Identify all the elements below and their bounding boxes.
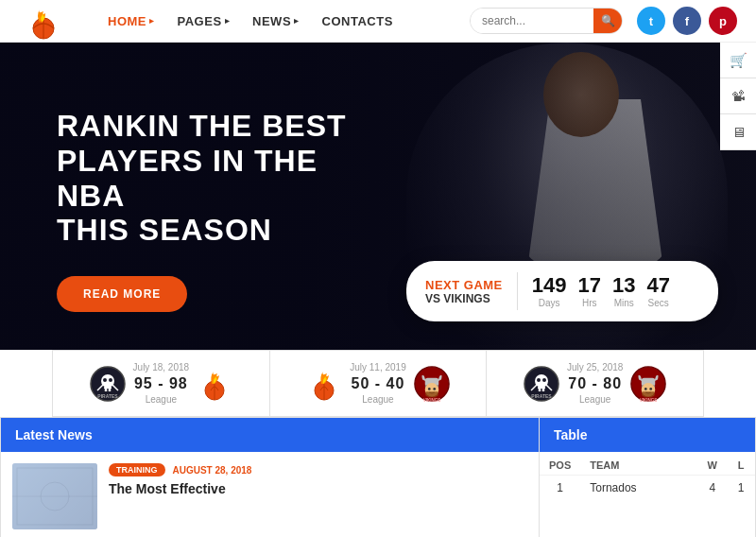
countdown-secs: 47 Secs — [646, 275, 669, 308]
row-w: 4 — [698, 476, 727, 501]
col-header-w: W — [698, 452, 727, 476]
team-logo-vikings-1: VIKINGS — [414, 366, 450, 402]
score-info-3: July 25, 2018 70 - 80 League — [567, 362, 624, 405]
window-button[interactable]: 🖥 — [720, 114, 756, 150]
col-header-pos: POS — [540, 452, 580, 476]
search-icon: 🔍 — [601, 14, 615, 27]
countdown-days: 149 Days — [532, 275, 567, 308]
nav-news[interactable]: NEWS ▸ — [241, 14, 311, 28]
svg-text:PIRATES: PIRATES — [531, 393, 552, 399]
chevron-down-icon: ▸ — [225, 16, 231, 26]
latest-news-section: Latest News training AUGUST 28, 2018 — [0, 417, 539, 537]
search-button[interactable]: 🔍 — [593, 9, 622, 33]
svg-point-27 — [542, 378, 546, 382]
countdown-mins: 13 Mins — [612, 275, 635, 308]
news-thumbnail — [12, 463, 97, 529]
col-header-l: L — [727, 452, 755, 476]
team-logo-pirates-2: PIRATES — [524, 366, 559, 402]
nav-home[interactable]: HOME ▸ — [96, 14, 166, 28]
twitter-link[interactable]: t — [637, 7, 665, 35]
logo[interactable] — [19, 2, 68, 40]
countdown-hrs: 17 Hrs — [578, 275, 601, 308]
search-area: 🔍 — [470, 8, 623, 34]
score-item-1: PIRATES July 18, 2018 95 - 98 League — [53, 351, 270, 416]
col-header-team: TEAM — [580, 452, 697, 476]
cart-button[interactable]: 🛒 — [720, 43, 756, 78]
row-l: 1 — [727, 476, 755, 501]
next-game-label: NEXT GAME — [425, 278, 503, 292]
hero-content: RANKIN THE BEST PLAYERS IN THE NBA THIS … — [57, 109, 359, 312]
next-game-info: NEXT GAME VS VIKINGS — [425, 278, 503, 305]
news-article: training AUGUST 28, 2018 The Most Effect… — [1, 452, 539, 537]
twitter-icon: t — [649, 14, 653, 28]
search-input[interactable] — [471, 9, 593, 33]
hero-section: RANKIN THE BEST PLAYERS IN THE NBA THIS … — [0, 43, 756, 350]
news-tags: training AUGUST 28, 2018 — [109, 463, 527, 476]
score-item-2: July 11, 2019 50 - 40 League VIKINGS — [270, 351, 488, 416]
team-logo-fire-2 — [306, 366, 342, 402]
chevron-down-icon: ▸ — [294, 16, 300, 26]
social-links: t f p — [637, 7, 737, 35]
window-icon: 🖥 — [731, 124, 746, 140]
bottom-sections: Latest News training AUGUST 28, 2018 — [0, 417, 756, 537]
team-logo-pirates-1: PIRATES — [90, 366, 126, 402]
table-row: 1 Tornados 4 1 — [540, 476, 755, 501]
svg-point-21 — [433, 388, 436, 390]
thumbnail-image — [12, 463, 97, 529]
svg-point-39 — [650, 388, 653, 390]
score-info-2: July 11, 2019 50 - 40 League — [350, 362, 406, 405]
svg-text:VIKINGS: VIKINGS — [640, 398, 658, 403]
next-game-card: NEXT GAME VS VIKINGS 149 Days 17 Hrs 13 … — [406, 261, 718, 321]
latest-news-header: Latest News — [1, 418, 539, 452]
standings-section: Table POS TEAM W L 1 Tornados 4 1 — [539, 417, 756, 537]
video-icon: 📽 — [731, 88, 746, 104]
cart-icon: 🛒 — [730, 52, 747, 69]
facebook-icon: f — [685, 14, 689, 28]
row-team: Tornados — [580, 476, 697, 501]
next-game-vs: VS VIKINGS — [425, 292, 503, 305]
scores-bar: PIRATES July 18, 2018 95 - 98 League — [52, 350, 704, 417]
nav-contacts[interactable]: CONTACTS — [311, 14, 404, 28]
svg-point-26 — [537, 378, 541, 382]
score-info-1: July 18, 2018 95 - 98 League — [133, 362, 190, 405]
countdown: 149 Days 17 Hrs 13 Mins 47 Secs — [532, 275, 670, 308]
header: HOME ▸ PAGES ▸ NEWS ▸ CONTACTS 🔍 t f p — [0, 0, 756, 43]
svg-text:VIKINGS: VIKINGS — [422, 398, 440, 403]
pinterest-icon: p — [719, 14, 727, 28]
nav-pages[interactable]: PAGES ▸ — [166, 14, 242, 28]
svg-point-38 — [644, 388, 647, 390]
row-pos: 1 — [540, 476, 580, 501]
chevron-down-icon: ▸ — [149, 16, 155, 26]
news-title: The Most Effective — [109, 480, 527, 497]
table-header: Table — [540, 418, 755, 452]
svg-point-20 — [428, 388, 431, 390]
hero-title: RANKIN THE BEST PLAYERS IN THE NBA THIS … — [57, 109, 359, 248]
main-nav: HOME ▸ PAGES ▸ NEWS ▸ CONTACTS — [96, 14, 404, 28]
news-meta: training AUGUST 28, 2018 The Most Effect… — [109, 463, 527, 529]
logo-icon — [19, 2, 68, 40]
team-logo-fire-1 — [197, 366, 232, 402]
score-item-3: PIRATES July 25, 2018 70 - 80 League VIK… — [487, 351, 703, 416]
facebook-link[interactable]: f — [673, 7, 701, 35]
read-more-button[interactable]: READ MORE — [57, 276, 187, 312]
right-sidebar: 🛒 📽 🖥 — [720, 43, 756, 150]
svg-point-5 — [109, 378, 112, 382]
team-logo-vikings-2: VIKINGS — [630, 366, 666, 402]
svg-text:PIRATES: PIRATES — [97, 393, 118, 399]
video-button[interactable]: 📽 — [720, 78, 756, 114]
standings-table: POS TEAM W L 1 Tornados 4 1 — [540, 452, 755, 500]
pinterest-link[interactable]: p — [709, 7, 737, 35]
divider — [517, 272, 518, 310]
news-tag-training: training — [109, 463, 165, 476]
news-date: AUGUST 28, 2018 — [173, 465, 252, 476]
svg-point-4 — [103, 378, 107, 382]
